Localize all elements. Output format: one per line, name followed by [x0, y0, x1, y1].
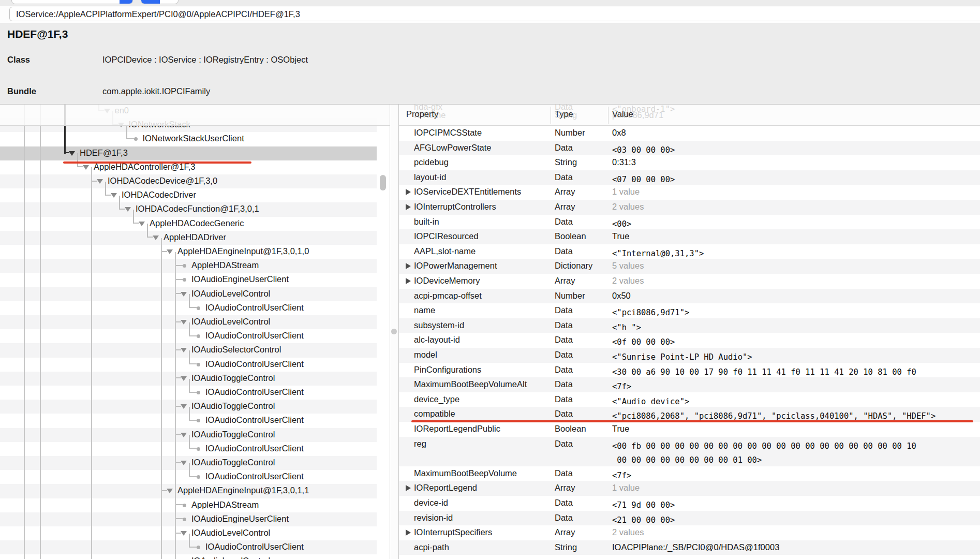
plane-segmented-control[interactable] [11, 0, 133, 4]
property-row[interactable]: MaximumBootBeepVolumeAltData<7f> [399, 377, 980, 392]
property-row[interactable]: device_typeData<"Audio device"> [399, 392, 980, 407]
column-separator[interactable] [608, 107, 608, 124]
tree-row[interactable]: IOAudioToggleControl [0, 428, 377, 442]
property-row[interactable]: acpi-pmcap-offsetNumber0x50 [399, 289, 980, 304]
property-row[interactable]: IOServiceDEXTEntitlementsArray1 value [399, 185, 980, 200]
property-row[interactable]: nameData<"pci8086,9d71"> [399, 303, 980, 318]
disclosure-triangle-icon[interactable] [125, 207, 131, 212]
disclosure-triangle-icon[interactable] [111, 193, 117, 198]
tree-scrollbar-thumb[interactable] [380, 175, 386, 190]
property-row[interactable]: pcidebugString0:31:3 [399, 155, 980, 170]
property-row[interactable]: compatibleData<"pci8086,2068", "pci8086,… [399, 407, 980, 422]
leaf-arrow-icon [183, 504, 186, 507]
tree-row[interactable]: IOAudioLevelControl [0, 526, 377, 540]
disclosure-triangle-icon[interactable] [69, 151, 75, 156]
toolbar-toggle-control[interactable] [141, 0, 179, 4]
property-disclosure-icon[interactable] [406, 485, 411, 491]
property-row[interactable]: AAPL,slot-nameData<"Internal@0,31,3"> [399, 244, 980, 259]
tree-row[interactable]: IOAudioLevelControl [0, 554, 377, 559]
property-name: device-id [414, 498, 448, 508]
property-row[interactable]: IOInterruptControllersArray2 values [399, 200, 980, 215]
disclosure-triangle-icon[interactable] [181, 292, 187, 297]
disclosure-triangle-icon[interactable] [181, 531, 187, 536]
tree-row[interactable]: IOAudioEngineUserClient [0, 512, 377, 526]
tree-row[interactable]: IOAudioToggleControl [0, 372, 377, 386]
property-row[interactable]: revision-idData<21 00 00 00> [399, 511, 980, 526]
tree-row[interactable]: AppleHDAEngineInput@1F,3,0,1,1 [0, 484, 377, 498]
tree-row[interactable]: AppleHDAStream [0, 259, 377, 273]
disclosure-triangle-icon[interactable] [181, 433, 187, 437]
property-row[interactable]: IOPCIResourcedBooleanTrue [399, 229, 980, 244]
tree-row[interactable]: IOAudioControlUserClient [0, 442, 377, 456]
disclosure-triangle-icon[interactable] [139, 222, 145, 226]
tree-row[interactable]: HDEF@1F,3 [0, 146, 377, 160]
registry-path-input[interactable]: IOService:/AppleACPIPlatformExpert/PCI0@… [9, 7, 980, 21]
property-disclosure-icon[interactable] [406, 204, 411, 210]
tree-row[interactable]: IOAudioToggleControl [0, 400, 377, 414]
disclosure-triangle-icon[interactable] [181, 320, 187, 325]
disclosure-triangle-icon[interactable] [181, 348, 187, 352]
tree-row[interactable]: IOAudioEngineUserClient [0, 273, 377, 287]
property-row[interactable]: regData<00 fb 00 00 00 00 00 00 00 00 00… [399, 437, 980, 466]
tree-row[interactable]: IOAudioControlUserClient [0, 470, 377, 484]
property-row[interactable]: layout-idData<07 00 00 00> [399, 170, 980, 185]
tree-item-label: IOAudioToggleControl [191, 458, 275, 467]
property-row[interactable]: alc-layout-idData<0f 00 00 00> [399, 333, 980, 348]
property-disclosure-icon[interactable] [406, 278, 411, 284]
tree-row[interactable]: AppleHDADriver [0, 231, 377, 245]
tree-row[interactable]: IOAudioLevelControl [0, 315, 377, 329]
column-header-type[interactable]: Type [555, 109, 573, 119]
tree-row[interactable]: IONetworkStackUserClient [0, 132, 377, 146]
property-row[interactable]: built-inData<00> [399, 215, 980, 230]
column-header-property[interactable]: Property [406, 109, 438, 119]
property-row[interactable]: subsystem-idData<"h "> [399, 318, 980, 333]
disclosure-triangle-icon[interactable] [83, 165, 89, 170]
property-row[interactable]: acpi-pathStringIOACPIPlane:/_SB/PCI0@0/H… [399, 540, 980, 555]
toolbar-toggle-active-segment[interactable] [141, 0, 160, 4]
property-row[interactable]: IOReportLegendArray1 value [399, 481, 980, 496]
disclosure-triangle-icon[interactable] [97, 179, 103, 184]
tree-row[interactable]: IOAudioControlUserClient [0, 358, 377, 372]
property-row[interactable]: PinConfigurationsData<30 00 a6 90 10 00 … [399, 363, 980, 378]
property-disclosure-icon[interactable] [406, 263, 411, 269]
disclosure-triangle-icon[interactable] [153, 236, 159, 240]
column-header-value[interactable]: Value [612, 109, 633, 119]
disclosure-triangle-icon[interactable] [181, 461, 187, 465]
property-row[interactable]: IOInterruptSpecifiersArray2 values [399, 525, 980, 540]
property-row[interactable]: modelData<"Sunrise Point-LP HD Audio"> [399, 348, 980, 363]
property-disclosure-icon[interactable] [406, 189, 411, 195]
tree-row[interactable]: IOAudioControlUserClient [0, 386, 377, 400]
tree-row[interactable]: IOHDACodecDriver [0, 188, 377, 202]
splitter-knob-icon[interactable] [391, 329, 397, 334]
property-row[interactable]: IOReportLegendPublicBooleanTrue [399, 422, 980, 437]
tree-row[interactable]: IOAudioToggleControl [0, 456, 377, 470]
disclosure-triangle-icon[interactable] [167, 489, 173, 493]
pane-splitter[interactable] [390, 105, 398, 559]
property-row[interactable]: AFGLowPowerStateData<03 00 00 00> [399, 141, 980, 156]
tree-row[interactable]: AppleHDAEngineInput@1F,3,0,1,0 [0, 245, 377, 259]
property-type: Dictionary [555, 261, 592, 271]
property-row[interactable]: IODeviceMemoryArray2 values [399, 274, 980, 289]
segmented-control-active-segment[interactable] [120, 0, 132, 4]
path-bar: IOService:/AppleACPIPlatformExpert/PCI0@… [0, 6, 980, 23]
column-separator[interactable] [551, 107, 551, 124]
bundle-value: com.apple.iokit.IOPCIFamily [102, 86, 210, 96]
tree-row[interactable]: IOHDACodecFunction@1F,3,0,1 [0, 202, 377, 216]
tree-row[interactable]: IOAudioControlUserClient [0, 301, 377, 315]
disclosure-triangle-icon[interactable] [167, 249, 173, 254]
tree-row[interactable]: IOAudioControlUserClient [0, 329, 377, 343]
tree-row[interactable]: IOAudioControlUserClient [0, 414, 377, 428]
property-row[interactable]: MaximumBootBeepVolumeData<7f> [399, 466, 980, 481]
tree-row[interactable]: IOAudioLevelControl [0, 287, 377, 301]
property-disclosure-icon[interactable] [406, 529, 411, 536]
tree-row[interactable]: IOHDACodecDevice@1F,3,0 [0, 174, 377, 188]
tree-row[interactable]: IOAudioSelectorControl [0, 343, 377, 357]
disclosure-triangle-icon[interactable] [181, 404, 187, 409]
disclosure-triangle-icon[interactable] [181, 376, 187, 381]
property-row[interactable]: device-idData<71 9d 00 00> [399, 496, 980, 511]
property-row[interactable]: IOPowerManagementDictionary5 values [399, 259, 980, 274]
tree-row[interactable]: AppleHDAStream [0, 498, 377, 512]
property-row[interactable]: IOPCIPMCSStateNumber0x8 [399, 126, 980, 141]
tree-row[interactable]: AppleHDACodecGeneric [0, 217, 377, 231]
tree-row[interactable]: IOAudioControlUserClient [0, 540, 377, 554]
